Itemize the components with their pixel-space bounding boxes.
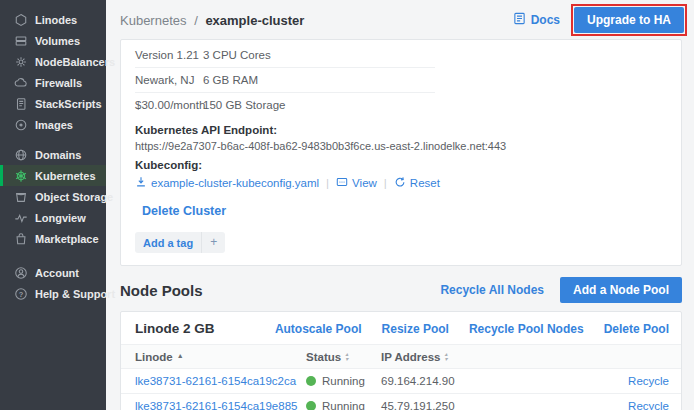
breadcrumb-separator: / — [194, 13, 198, 28]
pool-actions: Autoscale Pool Resize Pool Recycle Pool … — [275, 322, 669, 336]
sidebar-item-longview[interactable]: Longview — [0, 207, 106, 228]
status-running-dot — [306, 376, 316, 386]
recycle-all-nodes-button[interactable]: Recycle All Nodes — [440, 283, 544, 297]
separator: | — [326, 177, 329, 189]
sidebar-item-stackscripts[interactable]: StackScripts — [0, 93, 106, 114]
node-pools-actions: Recycle All Nodes Add a Node Pool — [440, 277, 682, 303]
sidebar-item-marketplace[interactable]: Marketplace — [0, 228, 106, 249]
spec-version: Version 1.21 — [135, 49, 203, 61]
node-pool-card: Linode 2 GB Autoscale Pool Resize Pool R… — [120, 311, 682, 410]
sidebar-item-nodebalancers[interactable]: NodeBalancers — [0, 51, 106, 72]
breadcrumb: Kubernetes / example-cluster — [120, 13, 304, 28]
column-label: Linode — [135, 351, 173, 363]
sidebar-item-label: Marketplace — [35, 233, 99, 245]
table-header: Linode ▲ Status ▴▾ IP Address ▴▾ — [121, 344, 681, 369]
resize-pool-button[interactable]: Resize Pool — [382, 322, 449, 336]
cluster-summary-card: Version 1.21 3 CPU Cores Newark, NJ 6 GB… — [120, 39, 682, 266]
docs-link[interactable]: Docs — [513, 12, 560, 28]
page-header: Kubernetes / example-cluster Docs Upgrad… — [106, 0, 694, 39]
header-actions: Docs Upgrade to HA — [513, 7, 684, 33]
view-icon — [336, 176, 348, 190]
node-pools-header: Node Pools Recycle All Nodes Add a Node … — [120, 277, 682, 303]
spec-storage: 150 GB Storage — [203, 99, 285, 111]
status-running-dot — [306, 401, 316, 410]
download-icon — [135, 176, 147, 190]
add-node-pool-button[interactable]: Add a Node Pool — [560, 277, 682, 303]
sidebar-item-label: StackScripts — [35, 98, 102, 110]
sidebar-item-account[interactable]: Account — [0, 262, 106, 283]
linode-icon — [13, 12, 28, 27]
spec-price: $30.00/month — [135, 99, 203, 111]
click-annotation: Upgrade to HA — [574, 7, 684, 33]
add-tag-button[interactable]: Add a tag + — [135, 232, 225, 253]
recycle-node-button[interactable]: Recycle — [628, 400, 669, 410]
sidebar-item-label: Object Storage — [35, 191, 113, 203]
account-icon — [13, 265, 28, 280]
sidebar-item-label: Images — [35, 119, 73, 131]
upgrade-to-ha-button[interactable]: Upgrade to HA — [574, 7, 684, 33]
api-endpoint-value: https://9e2a7307-b6ac-408f-ba62-9483b0b3… — [135, 140, 667, 152]
add-tag-label: Add a tag — [135, 233, 201, 253]
recycle-pool-nodes-button[interactable]: Recycle Pool Nodes — [469, 322, 584, 336]
breadcrumb-current: example-cluster — [205, 13, 304, 28]
delete-pool-button[interactable]: Delete Pool — [604, 322, 669, 336]
plus-icon: + — [201, 232, 225, 253]
column-header-status[interactable]: Status ▴▾ — [306, 351, 381, 363]
status-label: Running — [322, 375, 365, 387]
sidebar-item-linodes[interactable]: Linodes — [0, 9, 106, 30]
sidebar-item-help-support[interactable]: ? Help & Support — [0, 283, 106, 304]
breadcrumb-kubernetes[interactable]: Kubernetes — [120, 13, 187, 28]
node-link[interactable]: lke38731-62161-6154ca19c2ca — [135, 375, 306, 387]
docs-icon — [513, 12, 526, 28]
object-storage-icon — [13, 189, 28, 204]
pool-name: Linode 2 GB — [135, 321, 215, 336]
main-content: Kubernetes / example-cluster Docs Upgrad… — [106, 0, 694, 410]
reset-label: Reset — [410, 177, 440, 189]
kubeconfig-filename: example-cluster-kubeconfig.yaml — [151, 177, 319, 189]
domains-icon — [13, 147, 28, 162]
sidebar-item-label: Firewalls — [35, 77, 82, 89]
table-row: lke38731-62161-6154ca19c2ca Running 69.1… — [121, 369, 681, 394]
longview-icon — [13, 210, 28, 225]
node-pools-title: Node Pools — [120, 282, 203, 299]
kubeconfig-actions: example-cluster-kubeconfig.yaml | View |… — [135, 176, 667, 190]
ip-address: 69.164.214.90 — [381, 375, 613, 387]
kubernetes-icon — [13, 168, 28, 183]
kubeconfig-view-link[interactable]: View — [336, 176, 377, 190]
reset-icon — [394, 176, 406, 190]
column-label: IP Address — [381, 351, 440, 363]
firewalls-icon — [13, 75, 28, 90]
api-endpoint-label: Kubernetes API Endpoint: — [135, 124, 667, 136]
status-cell: Running — [306, 375, 381, 387]
autoscale-pool-button[interactable]: Autoscale Pool — [275, 322, 362, 336]
sidebar-item-volumes[interactable]: Volumes — [0, 30, 106, 51]
cluster-specs: Version 1.21 3 CPU Cores Newark, NJ 6 GB… — [135, 43, 435, 117]
help-icon: ? — [13, 286, 28, 301]
sort-icon: ▴▾ — [345, 352, 348, 362]
sidebar-section-gap — [0, 249, 106, 262]
status-cell: Running — [306, 400, 381, 410]
sidebar-item-label: Kubernetes — [35, 170, 96, 182]
spec-region: Newark, NJ — [135, 74, 203, 86]
column-header-linode[interactable]: Linode ▲ — [135, 351, 306, 363]
sidebar-item-label: Linodes — [35, 14, 77, 26]
sidebar-item-kubernetes[interactable]: Kubernetes — [0, 165, 106, 186]
delete-cluster-button[interactable]: Delete Cluster — [142, 204, 226, 218]
sidebar-item-label: Help & Support — [35, 288, 115, 300]
kubeconfig-download-link[interactable]: example-cluster-kubeconfig.yaml — [135, 176, 319, 190]
sidebar-item-label: Volumes — [35, 35, 80, 47]
node-link[interactable]: lke38731-62161-6154ca19e885 — [135, 400, 306, 410]
sidebar-item-object-storage[interactable]: Object Storage — [0, 186, 106, 207]
recycle-node-button[interactable]: Recycle — [628, 375, 669, 387]
sidebar-item-firewalls[interactable]: Firewalls — [0, 72, 106, 93]
kubeconfig-label: Kubeconfig: — [135, 159, 667, 171]
sidebar-item-images[interactable]: Images — [0, 114, 106, 135]
column-label: Status — [306, 351, 341, 363]
sidebar-item-domains[interactable]: Domains — [0, 144, 106, 165]
svg-text:?: ? — [18, 289, 23, 298]
column-header-ip-address[interactable]: IP Address ▴▾ — [381, 351, 613, 363]
marketplace-icon — [13, 231, 28, 246]
kubeconfig-reset-link[interactable]: Reset — [394, 176, 440, 190]
sort-ascending-icon: ▲ — [177, 352, 184, 359]
sidebar-item-label: Account — [35, 267, 79, 279]
